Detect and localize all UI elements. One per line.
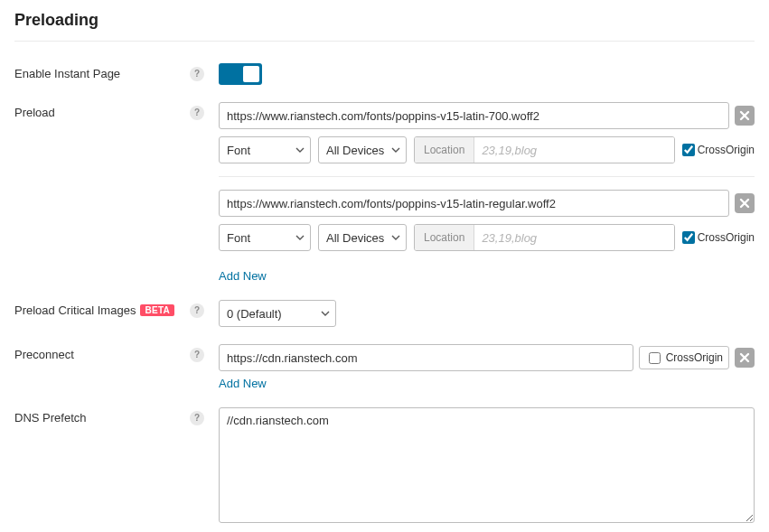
- location-input[interactable]: [474, 137, 673, 163]
- label-instant-page: Enable Instant Page: [14, 63, 175, 80]
- help-icon[interactable]: ?: [190, 67, 204, 81]
- critical-images-select[interactable]: 0 (Default): [219, 300, 336, 327]
- crossorigin-checkbox[interactable]: [682, 144, 695, 156]
- row-preconnect: Preconnect ? CrossOrigin Add New: [14, 331, 755, 395]
- location-input[interactable]: [474, 225, 673, 250]
- location-group: Location: [414, 224, 675, 251]
- preload-item: Font All Devices Location CrossOrigin: [219, 102, 755, 177]
- chevron-down-icon: [391, 145, 400, 154]
- row-critical-images: Preload Critical Images BETA ? 0 (Defaul…: [14, 287, 755, 331]
- instant-page-toggle[interactable]: [219, 63, 262, 85]
- dns-prefetch-textarea[interactable]: [219, 407, 755, 523]
- crossorigin-wrap[interactable]: CrossOrigin: [682, 144, 755, 156]
- crossorigin-wrap[interactable]: CrossOrigin: [639, 346, 729, 369]
- help-icon[interactable]: ?: [190, 303, 204, 318]
- help-icon[interactable]: ?: [190, 411, 204, 425]
- close-icon: [739, 352, 750, 363]
- remove-button[interactable]: [735, 348, 755, 368]
- row-dns-prefetch: DNS Prefetch ?: [14, 395, 755, 530]
- close-icon: [739, 110, 750, 121]
- section-title: Preloading: [14, 11, 755, 42]
- add-new-preconnect[interactable]: Add New: [219, 377, 267, 390]
- preload-type-select[interactable]: Font: [219, 224, 311, 251]
- chevron-down-icon: [321, 309, 330, 318]
- chevron-down-icon: [295, 233, 305, 242]
- crossorigin-checkbox[interactable]: [649, 352, 661, 364]
- add-new-preload[interactable]: Add New: [219, 269, 267, 283]
- location-label: Location: [415, 225, 474, 250]
- location-label: Location: [415, 137, 474, 163]
- crossorigin-checkbox[interactable]: [682, 231, 695, 244]
- preload-type-select[interactable]: Font: [219, 136, 311, 163]
- location-group: Location: [414, 136, 675, 163]
- label-dns-prefetch: DNS Prefetch: [14, 407, 175, 425]
- preconnect-url-input[interactable]: [219, 344, 633, 371]
- chevron-down-icon: [295, 145, 305, 154]
- help-icon[interactable]: ?: [190, 348, 204, 362]
- preload-url-input[interactable]: [219, 102, 729, 129]
- preload-url-input[interactable]: [219, 190, 729, 217]
- help-icon[interactable]: ?: [190, 106, 204, 120]
- preconnect-item: CrossOrigin: [219, 344, 755, 371]
- row-preload: Preload ? Font All Devices: [14, 89, 755, 287]
- label-preconnect: Preconnect: [14, 344, 175, 361]
- close-icon: [739, 198, 750, 209]
- toggle-knob: [243, 66, 259, 82]
- crossorigin-wrap[interactable]: CrossOrigin: [682, 231, 755, 244]
- chevron-down-icon: [391, 233, 400, 242]
- remove-button[interactable]: [735, 193, 755, 213]
- preload-devices-select[interactable]: All Devices: [318, 224, 407, 251]
- preload-devices-select[interactable]: All Devices: [318, 136, 407, 163]
- remove-button[interactable]: [735, 106, 755, 126]
- label-critical-images: Preload Critical Images BETA: [14, 300, 175, 317]
- label-preload: Preload: [14, 102, 175, 119]
- row-instant-page: Enable Instant Page ?: [14, 51, 755, 89]
- preload-item: Font All Devices Location CrossOrigin: [219, 190, 755, 264]
- beta-badge: BETA: [140, 304, 174, 316]
